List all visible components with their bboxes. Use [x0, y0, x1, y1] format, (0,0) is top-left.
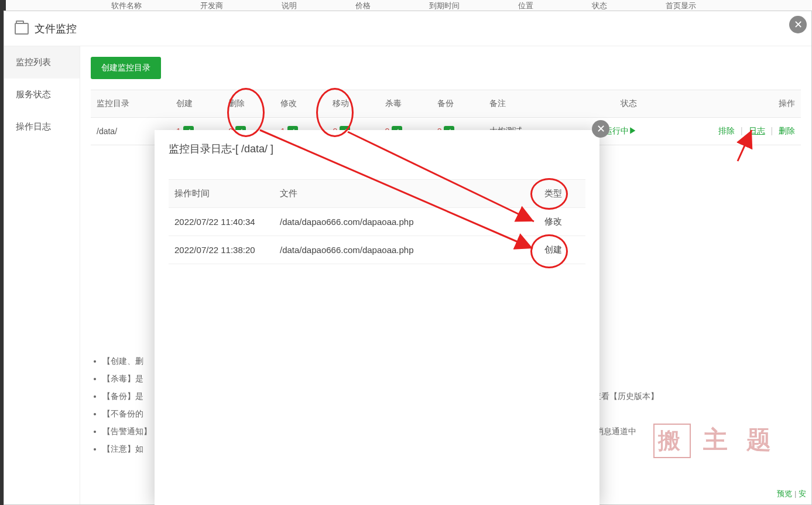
- bg-col: 说明: [282, 1, 297, 11]
- action-log[interactable]: 日志: [749, 126, 765, 135]
- th-action: 操作: [643, 90, 801, 118]
- bg-header-row: 软件名称 开发商 说明 价格 到期时间 位置 状态 首页显示: [6, 0, 812, 12]
- log-time: 2022/07/22 11:38:20: [169, 236, 274, 264]
- cell-actions: 排除 | 日志 | 删除: [643, 118, 801, 145]
- modal-title: 监控目录日志-[ /data/ ]: [155, 130, 599, 168]
- log-type: 创建: [539, 236, 585, 264]
- log-file: /data/dapao666.com/dapaoaa.php: [274, 208, 539, 236]
- bg-col: 价格: [355, 1, 371, 11]
- folder-icon: [15, 23, 29, 35]
- note-text: 【备份】是: [102, 391, 143, 401]
- sep: |: [741, 126, 743, 135]
- footer-preview[interactable]: 预览: [777, 489, 792, 498]
- th-backup: 备份: [431, 90, 484, 118]
- bg-col: 状态: [592, 1, 607, 11]
- log-row: 2022/07/22 11:38:20 /data/dapao666.com/d…: [169, 236, 585, 264]
- th-modify: 修改: [275, 90, 327, 118]
- log-th-type: 类型: [539, 180, 585, 208]
- bg-col: 开发商: [200, 1, 223, 11]
- th-create: 创建: [170, 90, 222, 118]
- th-virus: 杀毒: [379, 90, 431, 118]
- bg-col: 软件名称: [111, 1, 142, 11]
- bg-col: 首页显示: [666, 1, 696, 11]
- modal-close-button[interactable]: ✕: [592, 120, 609, 138]
- side-nav: 监控列表 服务状态 操作日志: [4, 46, 80, 504]
- nav-service-status[interactable]: 服务状态: [4, 79, 80, 111]
- log-time: 2022/07/22 11:40:34: [169, 208, 274, 236]
- th-delete: 删除: [222, 90, 275, 118]
- log-modal: ✕ 监控目录日志-[ /data/ ] 操作时间 文件 类型 2022/07/2…: [155, 130, 599, 505]
- note-text: 【告警通知】: [102, 426, 152, 436]
- panel-close-button[interactable]: ✕: [789, 16, 807, 33]
- panel-title: 文件监控: [35, 22, 77, 36]
- create-monitor-button[interactable]: 创建监控目录: [91, 57, 161, 79]
- action-delete[interactable]: 删除: [779, 126, 795, 135]
- footer-sep: |: [792, 489, 799, 498]
- sep: |: [770, 126, 773, 135]
- th-remark: 备注: [484, 90, 563, 118]
- log-table: 操作时间 文件 类型 2022/07/22 11:40:34 /data/dap…: [169, 179, 585, 264]
- th-dir: 监控目录: [91, 90, 170, 118]
- th-status: 状态: [563, 90, 643, 118]
- modal-body: 操作时间 文件 类型 2022/07/22 11:40:34 /data/dap…: [155, 168, 599, 276]
- footer-other[interactable]: 安: [799, 489, 806, 498]
- th-move: 移动: [327, 90, 379, 118]
- footer-links: 预览 | 安: [777, 489, 806, 499]
- bg-col: 位置: [518, 1, 533, 11]
- log-th-time: 操作时间: [169, 180, 274, 208]
- log-row: 2022/07/22 11:40:34 /data/dapao666.com/d…: [169, 208, 585, 236]
- log-th-file: 文件: [274, 180, 539, 208]
- log-type: 修改: [539, 208, 585, 236]
- nav-monitor-list[interactable]: 监控列表: [4, 46, 80, 79]
- log-header-row: 操作时间 文件 类型: [169, 180, 585, 208]
- panel-header: 文件监控: [4, 11, 811, 46]
- table-header-row: 监控目录 创建 删除 修改 移动 杀毒 备份 备注 状态 操作: [91, 90, 801, 118]
- nav-operation-log[interactable]: 操作日志: [4, 111, 80, 143]
- action-exclude[interactable]: 排除: [718, 126, 735, 135]
- bg-col: 到期时间: [429, 1, 460, 11]
- log-file: /data/dapao666.com/dapaoaa.php: [274, 236, 539, 264]
